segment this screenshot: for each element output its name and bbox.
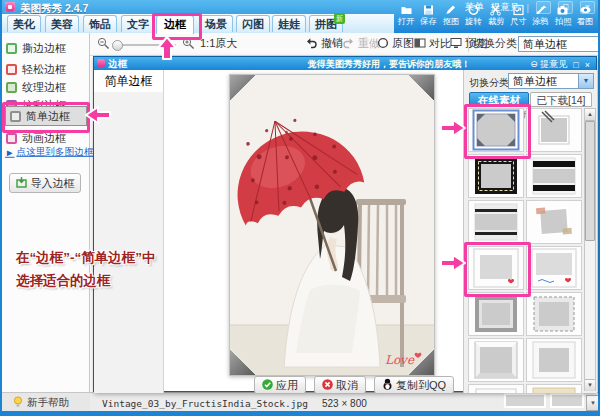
zoom-slider-handle[interactable]	[112, 40, 123, 51]
script-heart-frame[interactable]	[526, 246, 582, 290]
newbie-help-button[interactable]: 新手帮助	[0, 392, 90, 412]
category-switch-label: 切换分类	[473, 36, 517, 51]
preview-icon	[450, 37, 462, 51]
sidebar-item-torn-frame[interactable]: 撕边边框	[6, 40, 66, 56]
zoom-reset-button[interactable]: 1:1原大	[200, 36, 237, 51]
status-bar: Vintage_03_by_FructisIndia_Stock.jpg 523…	[90, 392, 502, 412]
background-panel-sliver: ▼	[502, 392, 600, 412]
zoom-out-icon[interactable]	[97, 37, 110, 50]
rotate-button[interactable]: 旋转	[462, 4, 484, 26]
copy-to-qq-button[interactable]: 复制到QQ	[374, 376, 454, 394]
brush-icon	[529, 4, 551, 16]
chevron-down-icon[interactable]: ▼	[578, 74, 593, 88]
photo-preview: Love	[229, 74, 435, 376]
svg-text:Love: Love	[385, 353, 415, 367]
redo-icon	[342, 37, 355, 51]
category-dropdown[interactable]: 简单边框 ▼	[518, 36, 600, 52]
taped-frame[interactable]	[526, 200, 582, 244]
tab-downloaded[interactable]: 已下载[14]	[530, 92, 592, 107]
open-icon	[395, 4, 417, 16]
white-frame-2[interactable]	[468, 384, 524, 393]
arrow-left-annotation	[85, 106, 111, 128]
tab-scene[interactable]: 场景	[199, 15, 233, 32]
scrollbar-thumb[interactable]	[585, 121, 595, 241]
scroll-up-button[interactable]: ▲	[585, 109, 595, 121]
dialog-maximize-button[interactable]: □	[573, 60, 578, 70]
scroll-down-button[interactable]: ▼	[585, 379, 595, 391]
torn-frame-icon	[6, 43, 17, 54]
photo-illustration: Love	[230, 75, 434, 375]
filmstrip-frame[interactable]	[526, 154, 582, 198]
speech-bubble-icon: ⊖	[530, 59, 538, 69]
multi-photo-frame-link[interactable]: ► 点这里到多图边框	[5, 145, 93, 158]
vintage-frame[interactable]	[526, 384, 582, 393]
dialog-logo-icon	[97, 59, 105, 67]
tab-doll[interactable]: 娃娃	[272, 15, 306, 32]
arrow-up-annotation	[157, 36, 177, 64]
open-button[interactable]: 打开	[395, 4, 417, 26]
tab-beautify[interactable]: 美化	[7, 15, 41, 32]
cutout-button[interactable]: 抠图	[440, 4, 462, 26]
original-icon	[377, 37, 389, 51]
snapshot-button[interactable]: 拍照	[552, 4, 574, 26]
tutorial-note-line2: 选择适合的边框	[16, 269, 156, 292]
sidebar-item-easy-frame[interactable]: 轻松边框	[6, 61, 66, 77]
redo-button[interactable]: 重做	[342, 36, 380, 51]
stamp-frame[interactable]	[526, 292, 582, 336]
check-icon	[262, 379, 273, 392]
dialog-actions: 应用 取消 复制到QQ	[254, 376, 454, 394]
apply-button[interactable]: 应用	[254, 376, 306, 394]
viewer-button[interactable]: 看图	[574, 4, 596, 26]
app-logo-icon	[5, 2, 15, 12]
resize-button[interactable]: 尺寸	[507, 4, 529, 26]
save-button[interactable]: 保存	[417, 4, 439, 26]
eye-icon	[574, 4, 596, 16]
tutorial-note: 在“边框”-“简单边框”中 选择适合的边框	[16, 246, 156, 292]
easy-frame-icon	[6, 64, 17, 75]
cancel-button[interactable]: 取消	[314, 376, 366, 394]
undo-button[interactable]: 撤销	[305, 36, 343, 51]
bevel-frame[interactable]	[468, 338, 524, 382]
paperclip-frame[interactable]	[526, 108, 582, 152]
import-frame-button[interactable]: 导入边框	[9, 173, 81, 193]
main-toolbar: 打开 保存 抠图 旋转 裁剪 尺寸 涂鸦 拍照 看图	[395, 4, 597, 26]
texture-frame-icon	[6, 82, 17, 93]
app-window: 美图秀秀 2.4.7 菜单 提意见 | – □ × 打开 保存 抠图 旋转 裁剪…	[0, 0, 600, 416]
frame-category-sidebar: 撕边边框 轻松边框 纹理边框 炫彩边框 简单边框 动画边框 ► 点这里到多图边框…	[0, 33, 90, 392]
background-thumb-fragment	[504, 393, 546, 408]
doodle-button[interactable]: 涂鸦	[529, 4, 551, 26]
dialog-left-tab[interactable]: 简单边框	[94, 70, 164, 92]
cross-icon	[322, 379, 333, 392]
tab-accessories[interactable]: 饰品	[83, 15, 117, 32]
tab-text[interactable]: 文字	[121, 15, 155, 32]
original-button[interactable]: 原图	[377, 36, 414, 51]
highlight-box-frame-thumb	[464, 104, 531, 159]
window-border-bottom	[0, 411, 600, 416]
compare-button[interactable]: 对比	[414, 36, 451, 51]
frame-dialog: 边框 觉得美图秀秀好用，要告诉你的朋友哦！ ⊖ 提意见 □ × 简单边框	[93, 56, 597, 392]
save-icon	[417, 4, 439, 16]
highlight-box-simple-frame	[2, 102, 90, 133]
tutorial-note-line1: 在“边框”-“简单边框”中	[16, 246, 156, 269]
rotate-icon	[462, 4, 484, 16]
dialog-close-button[interactable]: ×	[585, 60, 590, 70]
tab-cosmetic[interactable]: 美容	[45, 15, 79, 32]
tab-flash[interactable]: 闪图	[236, 15, 270, 32]
stitched-frame[interactable]	[468, 154, 524, 198]
animated-frame-icon	[6, 133, 17, 144]
qq-penguin-icon	[382, 378, 393, 392]
window-border-left	[0, 0, 2, 416]
arrow-right-icon: ►	[5, 147, 15, 158]
toolbar-divider	[468, 36, 469, 52]
status-dimensions: 523 × 800	[322, 398, 367, 409]
double-mat-frame[interactable]	[468, 292, 524, 336]
crop-button[interactable]: 裁剪	[485, 4, 507, 26]
plain-white-frame[interactable]	[526, 338, 582, 382]
highlight-box-frame-thumb	[464, 242, 531, 297]
sidebar-item-texture-frame[interactable]: 纹理边框	[6, 79, 66, 95]
panel-scrollbar[interactable]: ▲ ▼	[584, 108, 596, 391]
panel-category-dropdown[interactable]: 简单边框 ▼	[508, 73, 594, 89]
status-filename: Vintage_03_by_FructisIndia_Stock.jpg	[102, 398, 308, 409]
black-bars-frame[interactable]	[468, 200, 524, 244]
dialog-banner-text: 觉得美图秀秀好用，要告诉你的朋友哦！	[251, 58, 527, 70]
